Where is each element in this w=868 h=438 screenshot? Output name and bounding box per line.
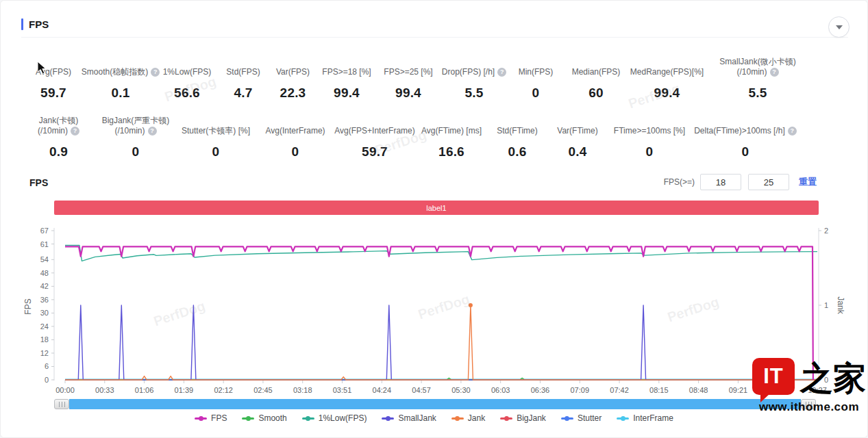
fps-threshold-input-2[interactable] <box>748 174 789 190</box>
metric-value: 0 <box>212 144 220 159</box>
metrics-row-2: Jank(卡顿)(/10min)?0.9BigJank(严重卡顿)(/10min… <box>21 116 848 159</box>
series-smalljank <box>65 305 817 380</box>
panel-title: FPS <box>29 18 49 30</box>
metric-label: FPS>=18 [%] <box>322 67 371 77</box>
help-icon[interactable]: ? <box>148 127 157 136</box>
metric-medrange-fps-%-: MedRange(FPS)[%]99.4 <box>628 57 706 101</box>
chart-scrollbar[interactable] <box>54 399 819 409</box>
metric-label: Var(FTime) <box>557 126 597 136</box>
metric-value: 0 <box>742 144 749 159</box>
metric-value: 0 <box>292 144 299 159</box>
svg-text:07:42: 07:42 <box>610 386 629 394</box>
legend-label: InterFrame <box>633 413 673 423</box>
metric-std-ftime-: Std(FTime)0.6 <box>488 116 547 159</box>
legend-item-fps[interactable]: FPS <box>195 413 227 423</box>
metric-avg-interframe-: Avg(InterFrame)0 <box>256 116 334 159</box>
header-accent-bar <box>21 18 23 30</box>
legend-item-stutter[interactable]: Stutter <box>561 413 602 423</box>
legend-item-bigjank[interactable]: BigJank <box>500 413 546 423</box>
metric-label: SmallJank(微小卡顿) <box>719 57 795 67</box>
help-icon[interactable]: ? <box>770 68 779 77</box>
metric-label: Smooth(稳帧指数)? <box>82 67 160 77</box>
metric-drop-fps-h-: Drop(FPS) [/h]?5.5 <box>441 57 507 101</box>
svg-text:12: 12 <box>40 349 49 357</box>
svg-text:67: 67 <box>40 227 49 235</box>
metric-value: 5.5 <box>464 86 483 101</box>
svg-text:0: 0 <box>824 376 828 384</box>
svg-text:05:30: 05:30 <box>451 386 471 394</box>
svg-text:0: 0 <box>45 376 49 384</box>
svg-text:18: 18 <box>40 335 49 344</box>
svg-text:10:27: 10:27 <box>808 386 827 394</box>
legend-item-jank[interactable]: Jank <box>451 413 485 423</box>
metric-smooth-: Smooth(稳帧指数)?0.1 <box>86 57 156 101</box>
metrics-grid: Avg(FPS)59.7Smooth(稳帧指数)?0.11%Low(FPS)56… <box>21 57 848 159</box>
metric-value: 59.7 <box>362 144 388 159</box>
help-icon[interactable]: ? <box>71 127 79 136</box>
metric-label: (/10min)? <box>38 126 79 136</box>
scrollbar-left-handle[interactable] <box>54 399 69 409</box>
metric-bigjank-: BigJank(严重卡顿)(/10min)?0 <box>96 116 175 159</box>
metric-avg-ftime-ms-: Avg(FTime) [ms]16.6 <box>415 116 488 159</box>
metric-value: 16.6 <box>438 144 464 159</box>
metric-avg-fps-interframe-: Avg(FPS+InterFrame)59.7 <box>334 116 415 159</box>
svg-text:FPS: FPS <box>23 298 33 314</box>
metric-label: Std(FPS) <box>226 67 260 77</box>
svg-text:00:00: 00:00 <box>55 386 75 394</box>
svg-text:6: 6 <box>45 362 49 370</box>
metric-fps-25-%-: FPS>=25 [%]99.4 <box>375 57 441 101</box>
fps-chart[interactable]: 6761544842363024181260210FPSJank00:0000:… <box>21 216 857 400</box>
reset-button[interactable]: 重置 <box>799 176 817 188</box>
help-icon[interactable]: ? <box>788 127 797 136</box>
legend-item-smooth[interactable]: Smooth <box>242 413 286 423</box>
legend-label: Jank <box>468 413 485 423</box>
metric-fps-18-%-: FPS>=18 [%]99.4 <box>318 57 375 101</box>
metric-label: Avg(FPS) <box>36 67 71 77</box>
metrics-row-1: Avg(FPS)59.7Smooth(稳帧指数)?0.11%Low(FPS)56… <box>21 57 848 101</box>
metric-delta-ftime-100ms-h-: Delta(FTime)>100ms [/h]?0 <box>691 116 800 159</box>
metric-value: 59.7 <box>40 86 66 101</box>
svg-text:04:24: 04:24 <box>373 386 392 394</box>
chart-band[interactable]: label1 <box>54 201 819 215</box>
metric-label: Avg(FPS+InterFrame) <box>334 126 414 136</box>
metric-value: 99.4 <box>395 86 421 101</box>
chart-legend: FPSSmooth1%Low(FPS)SmallJankJankBigJankS… <box>1 413 867 423</box>
metric-label: FPS>=25 [%] <box>384 67 432 77</box>
metric-var-fps-: Var(FPS)22.3 <box>268 57 318 101</box>
svg-text:54: 54 <box>40 255 49 263</box>
fps-threshold-input-1[interactable] <box>700 174 741 190</box>
svg-text:02:12: 02:12 <box>214 386 233 394</box>
header-divider <box>21 37 848 38</box>
series-fps <box>65 246 813 380</box>
svg-text:03:18: 03:18 <box>293 386 312 394</box>
metric-label: Var(FPS) <box>276 67 310 77</box>
legend-item-smalljank[interactable]: SmallJank <box>382 413 436 423</box>
metric-ftime-100ms-%-: FTime>=100ms [%]0 <box>608 116 691 159</box>
metric-label: Min(FPS) <box>519 67 554 77</box>
svg-text:07:09: 07:09 <box>570 386 589 394</box>
legend-marker-icon <box>242 415 254 421</box>
metric-label: Median(FPS) <box>572 67 621 77</box>
svg-text:61: 61 <box>40 240 49 248</box>
metric-jank-: Jank(卡顿)(/10min)?0.9 <box>21 116 96 159</box>
legend-item-1%low-fps-[interactable]: 1%Low(FPS) <box>302 413 367 423</box>
legend-label: Stutter <box>578 413 602 423</box>
metric-value: 99.4 <box>334 86 360 101</box>
legend-marker-icon <box>302 415 314 421</box>
grip-icon <box>59 402 65 407</box>
scrollbar-track-fill[interactable] <box>69 399 801 409</box>
metric-value: 99.4 <box>654 86 680 101</box>
collapse-button[interactable] <box>828 16 850 38</box>
metric-value: 0.1 <box>111 86 129 101</box>
svg-text:36: 36 <box>40 296 49 304</box>
scrollbar-right-handle[interactable] <box>801 399 816 409</box>
metric-label: 1%Low(FPS) <box>163 67 212 77</box>
metric-value: 0.4 <box>568 144 586 159</box>
svg-text:1: 1 <box>824 301 828 309</box>
series-jank <box>65 305 817 380</box>
metric-label: Std(FTime) <box>497 126 538 136</box>
legend-label: SmallJank <box>398 413 436 423</box>
help-icon[interactable]: ? <box>497 68 506 77</box>
metric-label: Avg(FTime) [ms] <box>421 126 482 136</box>
legend-item-interframe[interactable]: InterFrame <box>617 413 673 423</box>
